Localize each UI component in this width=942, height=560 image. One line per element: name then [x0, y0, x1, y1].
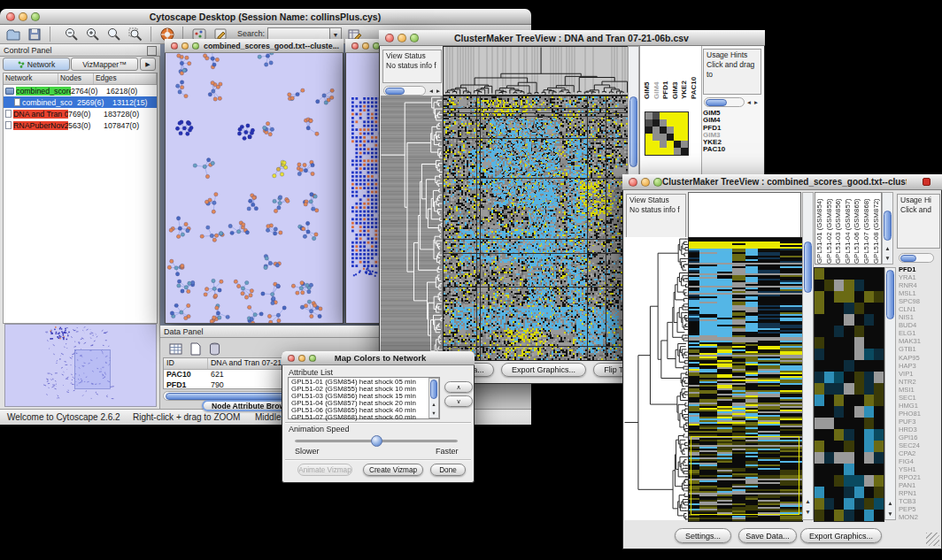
minimize-icon[interactable]: [19, 12, 27, 21]
close-icon[interactable]: [6, 12, 15, 21]
zoom-window-icon[interactable]: [653, 178, 662, 187]
scroll-left-icon[interactable]: ◄: [428, 86, 435, 96]
network-row[interactable]: DNA and Tran 07769(0)183728(0): [4, 108, 157, 119]
main-titlebar[interactable]: Cytoscape Desktop (Session Name: collins…: [0, 9, 531, 25]
zoom-vscrollbar[interactable]: [884, 267, 896, 520]
scrollbar-thumb[interactable]: [884, 211, 892, 241]
network-row[interactable]: combined_sco2569(6)13112(15): [4, 96, 157, 108]
save-session-button[interactable]: [27, 27, 42, 42]
gene-label[interactable]: CPA2: [899, 449, 940, 457]
heatmap-global-view[interactable]: [688, 237, 803, 522]
close-icon[interactable]: [351, 42, 359, 50]
attribute-item[interactable]: GPL51-01 (GSM854) heat shock 05 min: [291, 379, 439, 386]
gene-label[interactable]: ELG1: [899, 329, 940, 337]
move-down-button[interactable]: ∨: [444, 395, 473, 407]
network-overview-thumbnail[interactable]: [4, 324, 157, 407]
close-icon[interactable]: [629, 178, 637, 187]
column-header-nodes[interactable]: Nodes: [58, 73, 94, 84]
minimize-icon[interactable]: [181, 42, 189, 50]
scrollbar-thumb[interactable]: [706, 99, 727, 106]
zoom-in-button[interactable]: [85, 27, 101, 42]
float-panel-icon[interactable]: [147, 46, 157, 56]
select-attributes-button[interactable]: [168, 341, 184, 357]
scroll-up-icon[interactable]: ▲: [429, 400, 439, 409]
column-header-network[interactable]: Network: [4, 73, 58, 84]
zoom-out-button[interactable]: [64, 27, 80, 42]
gene-label[interactable]: YSH1: [899, 465, 940, 473]
attribute-item[interactable]: GPL51-02 (GSM855) heat shock 10 min: [291, 386, 439, 393]
gene-label[interactable]: SPC98: [899, 297, 940, 305]
gene-label[interactable]: NIS1: [899, 313, 940, 321]
gene-label[interactable]: PEP5: [899, 505, 940, 513]
gene-label[interactable]: HRD3: [899, 426, 940, 433]
gene-label[interactable]: VIP1: [899, 370, 940, 378]
network-canvas[interactable]: [166, 53, 343, 323]
network-view-titlebar[interactable]: combined_scores_good.txt--cluste...: [165, 39, 344, 53]
gene-label[interactable]: MSL1: [899, 289, 940, 297]
gene-label[interactable]: HMG1: [899, 402, 940, 410]
gene-label[interactable]: MSI1: [899, 386, 940, 394]
open-session-button[interactable]: [5, 27, 21, 42]
gene-label[interactable]: PHO81: [899, 410, 940, 418]
export-graphics-button[interactable]: Export Graphics...: [800, 528, 882, 543]
scrollbar-thumb[interactable]: [385, 88, 405, 95]
heatmap-zoom-view[interactable]: [645, 111, 689, 156]
move-up-button[interactable]: ∧: [444, 381, 473, 393]
gene-label[interactable]: SEC1: [899, 394, 940, 402]
row-dendrogram[interactable]: [381, 96, 443, 359]
attribute-item[interactable]: GPL51-04 (GSM857) heat shock 20 min: [291, 400, 439, 407]
zoom-selected-button[interactable]: [127, 27, 143, 42]
column-header-id[interactable]: ID: [164, 358, 208, 369]
minimize-icon[interactable]: [641, 178, 650, 187]
dialog-titlebar[interactable]: Map Colors to Network: [282, 351, 475, 365]
gene-label[interactable]: PUF3: [899, 418, 940, 426]
heatmap-global-view[interactable]: [443, 96, 629, 361]
gene-label[interactable]: PAN1: [899, 481, 940, 489]
scroll-left-icon[interactable]: ◄: [745, 97, 753, 107]
tab-vizmapper[interactable]: VizMapper™: [71, 58, 138, 71]
zoom-window-icon[interactable]: [309, 355, 316, 362]
animate-vizmap-button[interactable]: Animate Vizmap: [297, 464, 352, 476]
scroll-down-icon[interactable]: ▼: [429, 409, 439, 418]
delete-attribute-button[interactable]: [207, 341, 223, 357]
export-graphics-button[interactable]: Export Graphics...: [501, 363, 586, 377]
scrollbar-thumb[interactable]: [166, 393, 288, 400]
row-dendrogram[interactable]: [624, 237, 688, 520]
gene-label[interactable]: RPN1: [899, 489, 940, 497]
scrollbar-thumb[interactable]: [900, 255, 916, 262]
scrollbar-thumb[interactable]: [886, 270, 894, 319]
zoom-fit-button[interactable]: [106, 27, 122, 42]
heatmap-zoom-view[interactable]: [814, 267, 884, 522]
tab-network[interactable]: Network: [3, 58, 70, 71]
close-icon[interactable]: [288, 355, 295, 362]
minimize-icon[interactable]: [362, 42, 369, 50]
zoom-window-icon[interactable]: [410, 34, 419, 42]
scroll-right-icon[interactable]: ►: [753, 97, 760, 107]
treeview-combined-titlebar[interactable]: ClusterMaker TreeView : combined_scores_…: [622, 174, 942, 190]
scrollbar-thumb[interactable]: [804, 242, 812, 293]
scroll-up-icon[interactable]: ▲: [802, 497, 814, 506]
gene-label[interactable]: MAK31: [899, 337, 940, 345]
view-status-hscrollbar[interactable]: [383, 86, 426, 96]
settings-button[interactable]: Settings...: [675, 528, 731, 543]
gene-label[interactable]: GTB1: [899, 345, 940, 353]
done-button[interactable]: Done: [430, 464, 466, 476]
gene-label[interactable]: GPI16: [899, 433, 940, 441]
column-header-edges[interactable]: Edges: [94, 73, 157, 84]
network-row[interactable]: combined_scores2764(0)16218(0): [4, 85, 157, 96]
close-icon[interactable]: [385, 34, 394, 42]
create-vizmap-button[interactable]: Create Vizmap: [363, 464, 423, 476]
scrollbar-thumb[interactable]: [430, 380, 437, 399]
gene-label[interactable]: NTR2: [899, 378, 940, 386]
scroll-down-icon[interactable]: ▼: [802, 508, 814, 517]
gene-label[interactable]: YRA1: [899, 273, 940, 281]
scroll-right-icon[interactable]: ►: [435, 86, 442, 96]
save-data-button[interactable]: Save Data...: [738, 528, 797, 543]
gene-label[interactable]: PFD1: [899, 265, 940, 273]
gene-label[interactable]: TCB3: [899, 497, 940, 505]
close-icon[interactable]: [171, 42, 178, 50]
gene-label[interactable]: KAP95: [899, 354, 940, 362]
scroll-up-icon[interactable]: ▲: [884, 499, 896, 508]
column-dendrogram[interactable]: [443, 46, 629, 96]
resize-grip[interactable]: [926, 533, 939, 546]
